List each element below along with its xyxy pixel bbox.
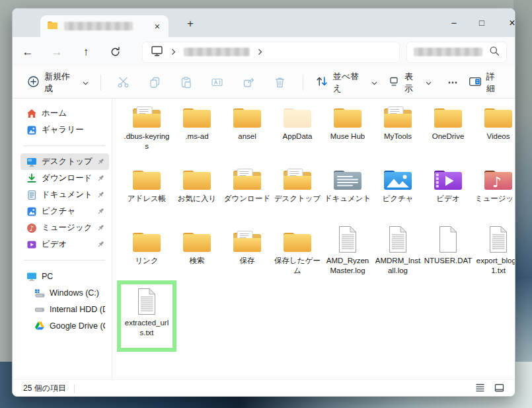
video-icon — [26, 239, 37, 250]
sidebar-item-downloads[interactable]: ダウンロード — [20, 170, 109, 186]
folder-icon — [132, 161, 162, 191]
large-icons-view-toggle[interactable] — [494, 384, 504, 394]
file-item[interactable]: 検索 — [172, 223, 222, 285]
file-label: ピクチャ — [382, 194, 413, 204]
file-label: ミュージック — [475, 194, 515, 204]
item-count: 25 個の項目 — [23, 383, 66, 394]
file-item[interactable]: .dbus-keyrings — [122, 99, 172, 161]
up-button[interactable]: ↑ — [76, 42, 96, 62]
titlebar: × + − □ × — [13, 9, 515, 37]
sidebar-item-videos[interactable]: ビデオ — [20, 236, 109, 253]
details-pane-button[interactable]: 詳細 — [469, 71, 506, 95]
address-bar[interactable] — [142, 42, 400, 63]
sidebar-item-pc[interactable]: PC — [20, 268, 109, 284]
sidebar-item-gallery[interactable]: ギャラリー — [20, 122, 109, 138]
home-icon — [26, 108, 37, 119]
navigation-bar: ← → ↑ — [13, 37, 515, 67]
share-button[interactable] — [236, 71, 262, 95]
desktop: { "window": { "tab": { "close": "×", "ne… — [0, 0, 532, 408]
file-item[interactable]: アドレス帳 — [122, 161, 172, 223]
file-item[interactable]: ドキュメント — [323, 161, 373, 223]
file-item[interactable]: AMD_RyzenMaster.log — [323, 223, 373, 285]
file-item[interactable]: export_blog_1.txt — [473, 223, 515, 285]
new-tab-button[interactable]: + — [182, 17, 199, 30]
sidebar-item-label: デスクトップ — [42, 156, 93, 167]
details-view-toggle[interactable] — [475, 384, 485, 394]
file-item[interactable]: NTUSER.DAT — [423, 223, 473, 285]
sidebar-item-label: ギャラリー — [42, 124, 84, 136]
folder-full-icon — [232, 161, 262, 191]
sort-button[interactable]: 並べ替え — [310, 71, 383, 95]
folder-full-icon — [383, 99, 413, 129]
view-button[interactable]: 表示 — [383, 71, 437, 95]
sidebar-item-label: ダウンロード — [42, 173, 92, 184]
new-button-label: 新規作成 — [44, 71, 78, 95]
tab-close-button[interactable]: × — [153, 21, 162, 32]
file-label: export_blog_1.txt — [474, 256, 515, 276]
refresh-button[interactable] — [105, 42, 125, 62]
forward-button[interactable]: → — [47, 42, 67, 62]
sidebar-item-label: ビデオ — [42, 239, 67, 250]
command-toolbar: 新規作成 並べ替え — [13, 67, 515, 99]
file-item[interactable]: Muse Hub — [323, 99, 373, 161]
file-item[interactable]: Videos — [473, 99, 515, 161]
sidebar-item-home[interactable]: ホーム — [20, 105, 109, 122]
maximize-button[interactable]: □ — [470, 9, 494, 37]
close-button[interactable]: × — [500, 9, 515, 37]
desktop-wallpaper-right — [513, 0, 532, 408]
paste-button[interactable] — [173, 71, 199, 95]
file-label: extracted_urls.txt — [122, 318, 171, 338]
sidebar-item-desktop[interactable]: デスクトップ — [20, 153, 109, 170]
sidebar-separator — [23, 260, 105, 261]
minimize-button[interactable]: − — [442, 9, 466, 37]
delete-button[interactable] — [267, 71, 293, 95]
file-item[interactable]: お気に入り — [172, 161, 222, 223]
search-icon — [489, 46, 500, 59]
file-item[interactable]: ビデオ — [423, 161, 473, 223]
sidebar-item-music[interactable]: ♪ミュージック — [20, 220, 109, 236]
file-label: ビデオ — [436, 194, 459, 204]
folder-icon — [433, 99, 463, 129]
sidebar-item-google-drive-g[interactable]: Google Drive (G:) — [20, 317, 109, 334]
delete-icon — [274, 76, 286, 89]
cut-button[interactable] — [110, 71, 136, 95]
sidebar-item-windows-c[interactable]: Windows (C:) — [20, 284, 109, 301]
back-button[interactable]: ← — [18, 42, 38, 62]
file-item[interactable]: AppData — [272, 99, 323, 161]
file-item[interactable]: OneDrive — [423, 99, 473, 161]
file-item[interactable]: MyTools — [373, 99, 423, 161]
sort-icon — [315, 75, 328, 89]
sidebar-item-label: ミュージック — [42, 222, 92, 233]
file-item[interactable]: 保存 — [222, 223, 272, 285]
file-item[interactable]: ♪ミュージック — [473, 161, 515, 223]
explorer-tab[interactable]: × — [40, 15, 169, 37]
new-button[interactable]: 新規作成 — [22, 71, 94, 95]
file-item[interactable]: デスクトップ — [272, 161, 323, 223]
sidebar-separator — [23, 145, 105, 146]
copy-button[interactable] — [141, 71, 167, 95]
sidebar-item-documents[interactable]: ドキュメント — [20, 186, 109, 203]
file-item[interactable]: AMDRM_Install.log — [373, 223, 423, 285]
more-icon — [446, 77, 459, 89]
file-item[interactable]: .ms-ad — [172, 99, 222, 161]
pin-icon — [96, 240, 105, 249]
drive-icon — [34, 304, 45, 315]
folder-icon — [182, 99, 212, 129]
sidebar-item-pictures[interactable]: ピクチャ — [20, 203, 109, 220]
svg-text:♪: ♪ — [30, 224, 34, 231]
file-item[interactable]: ピクチャ — [373, 161, 423, 223]
file-item-highlighted[interactable]: extracted_urls.txt — [122, 285, 172, 347]
file-item[interactable]: リンク — [122, 223, 172, 285]
document-icon — [26, 190, 37, 200]
file-label: AppData — [283, 132, 313, 142]
more-button[interactable] — [439, 71, 465, 95]
search-box[interactable] — [406, 42, 507, 63]
folder-full-icon — [132, 99, 162, 129]
file-label: .dbus-keyrings — [122, 132, 171, 151]
file-item[interactable]: ansel — [222, 99, 272, 161]
rename-button[interactable] — [204, 71, 230, 95]
copy-icon — [149, 76, 161, 89]
file-item[interactable]: 保存したゲーム — [272, 223, 323, 285]
sidebar-item-internal-hdd-d[interactable]: Internal HDD (D:) — [20, 301, 109, 317]
file-item[interactable]: ダウンロード — [222, 161, 272, 223]
